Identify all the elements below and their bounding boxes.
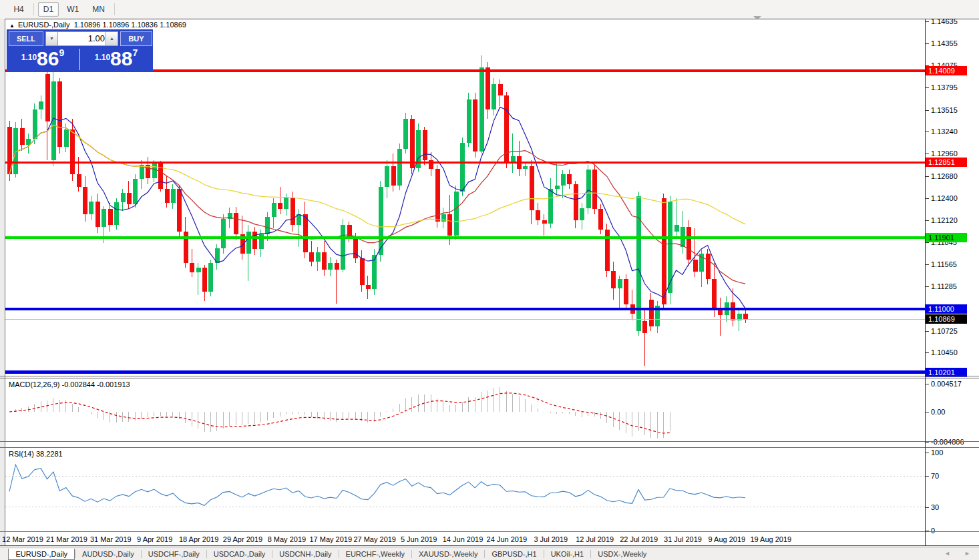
sell-button[interactable]: SELL: [9, 31, 43, 46]
buy-price-big: 88: [110, 47, 132, 69]
axis-tick: [926, 43, 929, 44]
axis-tick: [926, 264, 929, 265]
date-label: 12 Mar 2019: [2, 535, 43, 543]
toolbar-separator: [114, 3, 115, 15]
price-line-label-chip: 1.11901: [926, 233, 967, 242]
axis-tick-label: 1.12400: [931, 194, 958, 203]
date-label: 22 Jul 2019: [620, 535, 658, 543]
axis-tick-label: 100: [931, 449, 943, 457]
panel-divider[interactable]: [0, 447, 979, 448]
tab-usdchf-daily[interactable]: USDCHF-,Daily: [142, 549, 206, 560]
axis-tick: [926, 198, 929, 199]
panel-divider: [0, 531, 979, 532]
axis-tick-label: 1.14355: [931, 39, 958, 48]
axis-tick: [926, 507, 929, 508]
tab-eurusd-daily[interactable]: EURUSD-,Daily: [8, 549, 75, 560]
sell-price-display[interactable]: 1.10869: [7, 47, 79, 71]
axis-tick-label: 70: [931, 472, 939, 481]
buy-price-display[interactable]: 1.10887: [80, 47, 152, 71]
date-label: 12 Jul 2019: [576, 535, 614, 543]
sell-price-pip: 9: [59, 47, 64, 58]
axis-tick: [926, 87, 929, 88]
axis-tick: [926, 442, 929, 443]
timeframe-button-w1[interactable]: W1: [61, 2, 84, 17]
price-line-label-chip: 1.11000: [926, 304, 967, 314]
plot-right-border: [925, 19, 926, 546]
date-label: 8 May 2019: [268, 535, 306, 543]
axis-tick-label: 0.004517: [931, 380, 962, 388]
axis-tick: [926, 242, 929, 243]
panel-divider[interactable]: [0, 376, 979, 376]
timeframe-button-mn[interactable]: MN: [87, 2, 110, 17]
axis-tick: [926, 21, 929, 22]
one-click-trading-panel: SELL ▼ 1.00 ▲ BUY 1.10869 1.10887: [7, 29, 153, 71]
tab-eurchf-weekly[interactable]: EURCHF-,Weekly: [339, 549, 411, 560]
axis-tick-label: -0.004806: [931, 438, 964, 447]
axis-tick-label: 1.13515: [931, 106, 958, 115]
price-line-label-chip: 1.14009: [926, 66, 967, 75]
panel-divider[interactable]: [0, 441, 979, 442]
tab-group: EURUSD-,DailyAUDUSD-,DailyUSDCHF-,DailyU…: [8, 547, 653, 559]
axis-tick: [926, 154, 929, 154]
buy-price-prefix: 1.10: [95, 53, 110, 62]
axis-tick: [926, 286, 929, 287]
date-label: 19 Aug 2019: [750, 535, 791, 543]
date-label: 9 Aug 2019: [709, 535, 746, 543]
timeframe-button-h4[interactable]: H4: [8, 2, 29, 17]
tab-scroll-right-icon[interactable]: ►: [964, 550, 970, 557]
axis-tick-label: 1.10450: [931, 348, 958, 357]
buy-price-pip: 7: [132, 47, 138, 58]
volume-decrease-button[interactable]: ▼: [45, 31, 58, 46]
axis-tick-label: 1.12680: [931, 172, 958, 181]
volume-increase-button[interactable]: ▲: [106, 31, 118, 46]
price-chart-canvas[interactable]: [0, 0, 979, 560]
tab-audusd-daily[interactable]: AUDUSD-,Daily: [75, 549, 141, 560]
timeframe-group: H4D1W1MN: [7, 3, 117, 14]
date-label: 9 Apr 2019: [137, 535, 172, 543]
date-label: 18 Apr 2019: [179, 535, 218, 543]
caret-up-icon: ▲: [110, 36, 114, 41]
axis-tick-label: 1.14635: [931, 17, 958, 26]
axis-tick-label: 1.12120: [931, 216, 958, 225]
buy-button[interactable]: BUY: [120, 31, 152, 46]
axis-tick-label: 1.11285: [931, 282, 957, 291]
macd-indicator-label: MACD(12,26,9) -0.002844 -0.001913: [9, 380, 130, 388]
toolbar-separator: [33, 3, 34, 15]
date-label: 27 May 2019: [353, 535, 396, 543]
tab-ukoil-h1[interactable]: UKOil-,H1: [544, 549, 591, 560]
collapse-panel-icon[interactable]: ▲: [9, 23, 15, 29]
window-left-frame: [0, 19, 5, 546]
date-label: 21 Mar 2019: [46, 535, 87, 543]
chart-title: ▲EURUSD-,Daily 1.10896 1.10896 1.10836 1…: [9, 21, 186, 29]
axis-tick-label: 1.13240: [931, 127, 958, 136]
rsi-indicator-label: RSI(14) 38.2281: [9, 450, 63, 458]
timeframe-button-d1[interactable]: D1: [38, 2, 59, 17]
chart-scroll-to-end-marker[interactable]: [753, 16, 761, 20]
date-label: 31 Mar 2019: [90, 535, 132, 543]
volume-input[interactable]: 1.00: [57, 31, 109, 46]
tab-usdcnh-daily[interactable]: USDCNH-,Daily: [272, 549, 338, 560]
date-label: 29 Apr 2019: [223, 535, 262, 543]
tab-scroll-left-icon[interactable]: ◄: [944, 550, 950, 557]
axis-tick: [926, 176, 929, 177]
chart-symbol-period: EURUSD-,Daily: [18, 21, 70, 29]
date-label: 31 Jul 2019: [664, 535, 702, 543]
date-label: 24 Jun 2019: [487, 535, 528, 543]
chart-ohlc-values: 1.10896 1.10896 1.10836 1.10869: [74, 21, 186, 29]
tab-usdcad-daily[interactable]: USDCAD-,Daily: [207, 549, 272, 560]
date-label: 17 May 2019: [309, 535, 352, 543]
tab-usdx-weekly[interactable]: USDX-,Weekly: [591, 549, 653, 560]
panel-divider[interactable]: [0, 378, 979, 378]
axis-tick: [926, 412, 929, 412]
tab-gbpusd-h1[interactable]: GBPUSD-,H1: [485, 549, 543, 560]
date-label: 3 Jul 2019: [534, 535, 568, 543]
timeframe-toolbar: H4D1W1MN: [0, 0, 979, 19]
tab-xauusd-weekly[interactable]: XAUUSD-,Weekly: [412, 549, 484, 560]
caret-down-icon: ▼: [49, 36, 54, 41]
axis-tick: [926, 131, 929, 132]
axis-tick-label: 1.11565: [931, 260, 957, 269]
current-price-chip: 1.10869: [926, 314, 967, 324]
date-label: 5 Jun 2019: [401, 535, 437, 543]
date-label: 14 Jun 2019: [443, 535, 483, 543]
axis-tick: [926, 352, 929, 353]
